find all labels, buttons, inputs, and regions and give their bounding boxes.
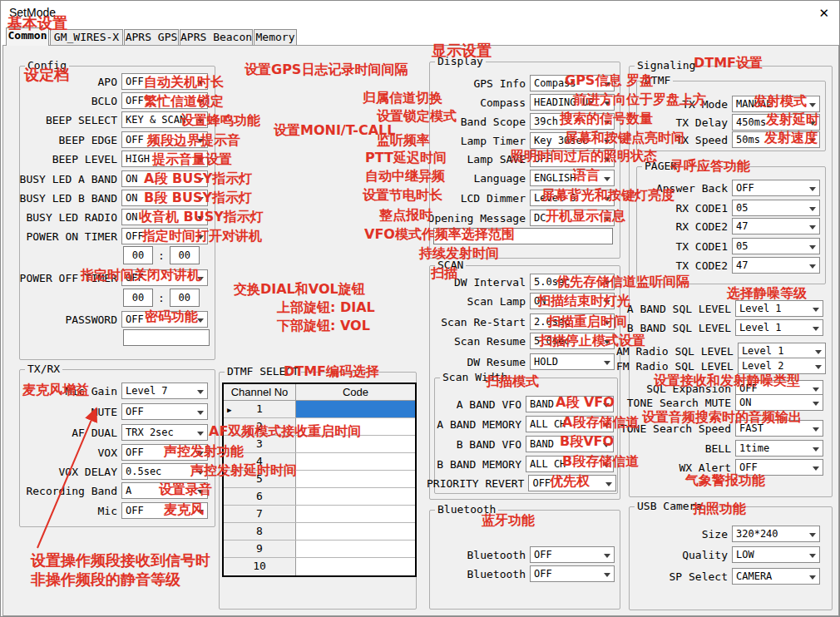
band-scope-select[interactable]: 39ch	[530, 113, 615, 130]
chevron-down-icon	[603, 463, 610, 467]
mic-select[interactable]: OFF	[121, 502, 208, 519]
config-group-title: Config	[25, 59, 69, 72]
a-band-sql-select[interactable]: Level 1	[735, 300, 823, 317]
lamp-timer-select[interactable]: Key 30sec	[530, 132, 615, 149]
bluetooth-row-1: BluetoothOFF	[427, 546, 615, 563]
b-band-sql-select[interactable]: Level 1	[735, 319, 823, 336]
compass-select[interactable]: HEADING UP	[530, 94, 615, 111]
close-icon[interactable]: ✕	[818, 6, 829, 21]
bclo-select[interactable]: OFF	[121, 92, 208, 109]
rx-code1-label: RX CODE1	[675, 202, 728, 215]
beep-edge-select[interactable]: OFF	[121, 131, 208, 148]
chevron-down-icon	[813, 466, 819, 471]
bell-select[interactable]: 1time	[735, 440, 823, 457]
b-band-memory-select[interactable]: ALL CH	[526, 456, 614, 472]
af-dual-select[interactable]: TRX 2sec	[121, 424, 208, 441]
tx-code2-select[interactable]: 47	[732, 257, 820, 274]
sp-select-select[interactable]: CAMERA	[732, 568, 820, 585]
priority-revert-select[interactable]: OFF	[528, 475, 616, 491]
code-cell[interactable]	[296, 540, 415, 557]
busy-led-b-select[interactable]: ON	[121, 190, 208, 206]
busy-led-a-select[interactable]: ON	[121, 170, 208, 187]
recording-band-select[interactable]: A	[121, 482, 208, 499]
power-on-timer-label: POWER ON TIMER	[26, 230, 117, 243]
power-off-time-fields: :	[123, 289, 200, 307]
tx-delay-select[interactable]: 450ms	[732, 114, 820, 131]
power-on-hour-input[interactable]	[123, 246, 153, 264]
tone-search-mute-select[interactable]: ON	[735, 394, 823, 411]
wx-alert-select[interactable]: OFF	[735, 459, 823, 476]
scan-lamp-label: Scan Lamp	[467, 295, 526, 308]
tab-gm-wires-x[interactable]: GM_WIRES-X	[50, 29, 123, 45]
tx-mode-select[interactable]: MANUAL	[732, 96, 820, 112]
quality-select[interactable]: LOW	[732, 546, 820, 563]
dw-resume-row: DW ResumeHOLD	[427, 353, 615, 370]
bluetooth-select-1[interactable]: OFF	[530, 546, 615, 563]
dw-resume-select[interactable]: HOLD	[530, 353, 615, 370]
power-off-minute-input[interactable]	[170, 289, 200, 307]
answer-back-select[interactable]: OFF	[732, 180, 820, 196]
power-on-minute-input[interactable]	[170, 246, 200, 264]
table-row: 5	[224, 471, 415, 488]
tone-search-speed-label: TONE Search Speed	[620, 422, 731, 435]
tx-speed-select[interactable]: 50ms	[732, 131, 820, 148]
beep-level-select[interactable]: HIGH	[121, 151, 208, 167]
size-select[interactable]: 320*240	[732, 526, 820, 542]
opening-message-select[interactable]: DC	[530, 210, 615, 226]
rx-code1-select[interactable]: 05	[732, 200, 820, 216]
code-cell[interactable]	[296, 471, 415, 487]
code-cell[interactable]	[296, 436, 415, 452]
scan-resume-select[interactable]: 5.0sec	[530, 333, 615, 349]
chevron-down-icon	[197, 81, 204, 85]
opening-message-input[interactable]	[433, 228, 613, 244]
fm-radio-sql-select[interactable]: Level 2	[738, 358, 826, 374]
power-on-timer-select[interactable]: OFF	[121, 228, 208, 244]
vox-delay-row: VOX DELAY0.5sec	[18, 463, 208, 480]
power-off-timer-select[interactable]: OFF	[121, 269, 208, 286]
rx-code2-select[interactable]: 47	[732, 218, 820, 234]
am-radio-sql-select[interactable]: Level 1	[738, 343, 826, 359]
bclo-row: BCLOOFF	[18, 92, 208, 109]
mic-gain-select[interactable]: Level 7	[121, 383, 208, 399]
a-band-vfo-select[interactable]: BAND	[526, 396, 614, 412]
mute-select[interactable]: OFF	[121, 403, 208, 420]
vox-delay-select[interactable]: 0.5sec	[121, 463, 208, 480]
chevron-down-icon	[604, 121, 610, 125]
bluetooth-select-2[interactable]: OFF	[530, 565, 615, 582]
beep-select-select[interactable]: KEY & SCAN	[121, 111, 208, 128]
tab-aprs-beacon[interactable]: APRS Beacon	[180, 29, 253, 45]
tone-search-speed-select[interactable]: FAST	[735, 420, 823, 437]
code-cell[interactable]	[296, 558, 415, 575]
lcd-dimmer-select[interactable]: Level 6	[530, 190, 615, 206]
scan-restart-select[interactable]: 2.0sec	[530, 313, 615, 330]
apo-select[interactable]: OFF	[121, 73, 208, 90]
chevron-down-icon	[815, 350, 822, 354]
code-cell[interactable]	[296, 523, 415, 540]
password-input[interactable]	[123, 329, 210, 346]
tab-memory[interactable]: Memory	[254, 29, 297, 45]
vox-select[interactable]: OFF	[121, 444, 208, 461]
b-band-vfo-select[interactable]: BAND	[526, 436, 614, 452]
code-cell[interactable]	[296, 506, 415, 522]
code-cell[interactable]	[296, 418, 415, 435]
sp-select-label: SP Select	[670, 570, 728, 583]
scan-lamp-select[interactable]: ON	[530, 293, 615, 309]
chevron-down-icon	[197, 100, 204, 104]
mic-gain-label: Mic Gain	[65, 385, 117, 397]
gps-info-select[interactable]: Compass	[530, 75, 615, 91]
code-cell[interactable]	[296, 401, 415, 417]
lamp-save-select[interactable]: OFF	[530, 151, 615, 167]
a-band-memory-select[interactable]: ALL CH	[526, 416, 614, 432]
power-off-hour-input[interactable]	[123, 289, 153, 307]
tab-aprs-gps[interactable]: APRS GPS	[124, 29, 179, 45]
answer-back-row: Answer BackOFF	[640, 180, 820, 196]
busy-led-radio-select[interactable]: ON	[121, 209, 208, 225]
code-cell[interactable]	[296, 453, 415, 470]
tab-common[interactable]: Common	[6, 27, 49, 46]
dw-interval-select[interactable]: 5.0sec	[530, 274, 615, 290]
language-label: Language	[473, 172, 526, 185]
tx-code1-select[interactable]: 05	[732, 238, 820, 254]
code-cell[interactable]	[296, 488, 415, 505]
password-select[interactable]: OFF	[121, 311, 208, 328]
language-select[interactable]: ENGLISH	[530, 170, 615, 186]
